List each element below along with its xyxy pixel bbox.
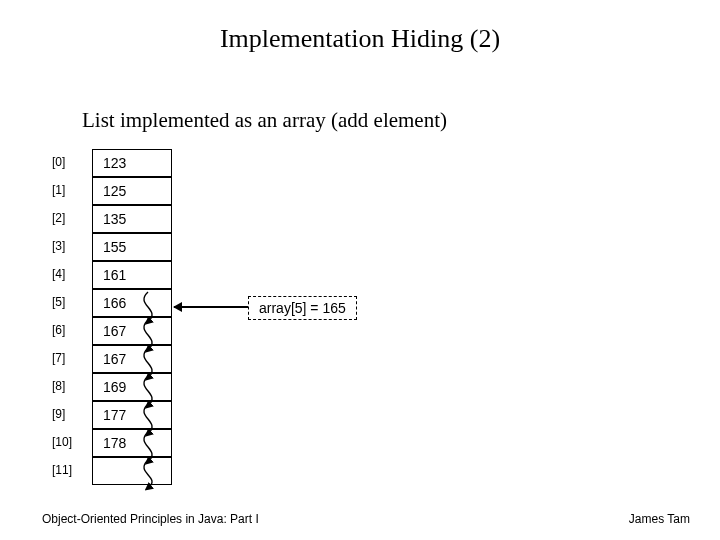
array-row: [11] — [52, 456, 172, 484]
array-index: [5] — [52, 295, 92, 309]
array-cell: 125 — [92, 177, 172, 205]
array-index: [3] — [52, 239, 92, 253]
array-index: [6] — [52, 323, 92, 337]
array-row: [4] 161 — [52, 260, 172, 288]
array-cell: 123 — [92, 149, 172, 177]
array-cell: 177 — [92, 401, 172, 429]
array-index: [0] — [52, 155, 92, 169]
slide-title: Implementation Hiding (2) — [0, 24, 720, 54]
array-row: [10] 178 — [52, 428, 172, 456]
array-row: [2] 135 — [52, 204, 172, 232]
footer-left: Object-Oriented Principles in Java: Part… — [42, 512, 259, 526]
array-cell — [92, 457, 172, 485]
slide-subtitle: List implemented as an array (add elemen… — [82, 108, 447, 133]
array-index: [4] — [52, 267, 92, 281]
array-index: [2] — [52, 211, 92, 225]
array-row: [3] 155 — [52, 232, 172, 260]
array-cell: 178 — [92, 429, 172, 457]
array-row: [0] 123 — [52, 148, 172, 176]
array-table: [0] 123 [1] 125 [2] 135 [3] 155 [4] 161 … — [52, 148, 172, 484]
array-index: [8] — [52, 379, 92, 393]
array-cell: 161 — [92, 261, 172, 289]
array-row: [6] 167 — [52, 316, 172, 344]
array-row: [5] 166 — [52, 288, 172, 316]
array-index: [10] — [52, 435, 92, 449]
array-index: [1] — [52, 183, 92, 197]
array-cell: 135 — [92, 205, 172, 233]
array-cell: 167 — [92, 317, 172, 345]
array-cell: 167 — [92, 345, 172, 373]
array-cell: 166 — [92, 289, 172, 317]
array-index: [11] — [52, 463, 92, 477]
array-cell: 155 — [92, 233, 172, 261]
array-row: [8] 169 — [52, 372, 172, 400]
annotation-label: array[5] = 165 — [248, 296, 357, 320]
footer-right: James Tam — [629, 512, 690, 526]
array-cell: 169 — [92, 373, 172, 401]
array-index: [9] — [52, 407, 92, 421]
array-index: [7] — [52, 351, 92, 365]
annotation-arrow-icon — [174, 306, 248, 308]
array-row: [9] 177 — [52, 400, 172, 428]
array-row: [7] 167 — [52, 344, 172, 372]
array-row: [1] 125 — [52, 176, 172, 204]
